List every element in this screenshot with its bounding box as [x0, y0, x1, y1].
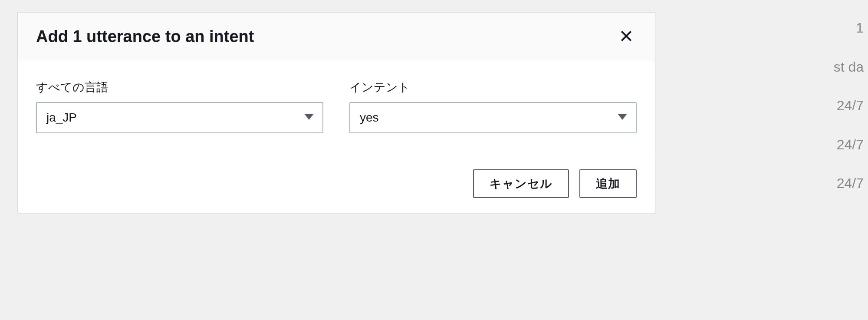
intent-label: インテント — [349, 79, 637, 95]
close-icon — [619, 29, 633, 44]
intent-select[interactable]: yes — [349, 102, 637, 133]
intent-select-wrapper: yes — [349, 102, 637, 133]
language-select[interactable]: ja_JP — [36, 102, 323, 133]
close-button[interactable] — [616, 26, 637, 48]
modal-title: Add 1 utterance to an intent — [36, 27, 254, 46]
cancel-button[interactable]: キャンセル — [473, 169, 569, 198]
add-button[interactable]: 追加 — [579, 169, 637, 198]
add-utterance-modal: Add 1 utterance to an intent すべての言語 ja_J… — [17, 12, 655, 213]
language-select-wrapper: ja_JP — [36, 102, 323, 133]
language-select-value: ja_JP — [46, 111, 77, 125]
intent-form-group: インテント yes — [349, 79, 637, 133]
intent-select-value: yes — [360, 111, 379, 125]
language-label: すべての言語 — [36, 79, 323, 95]
language-form-group: すべての言語 ja_JP — [36, 79, 323, 133]
background-table-content: 1 st da 24/7 24/7 24/7 — [829, 0, 868, 212]
modal-header: Add 1 utterance to an intent — [18, 13, 655, 61]
modal-footer: キャンセル 追加 — [18, 157, 655, 213]
modal-body: すべての言語 ja_JP インテント yes — [18, 61, 655, 157]
